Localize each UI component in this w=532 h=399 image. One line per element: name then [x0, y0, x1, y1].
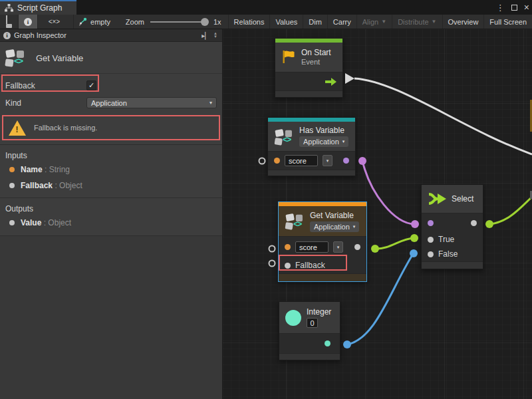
wire-get-variable-to-true[interactable] — [375, 238, 414, 249]
wire-has-variable-to-select[interactable] — [362, 161, 414, 224]
inspector-title: Graph Inspector — [14, 31, 66, 39]
inputs-section-header: Inputs — [0, 145, 222, 162]
integer-value-field[interactable]: 0 — [307, 318, 318, 328]
kind-dropdown[interactable]: Application ▾ — [86, 97, 217, 108]
true-input-port[interactable] — [428, 237, 434, 243]
name-input-port[interactable] — [274, 158, 280, 164]
selection-output-port[interactable] — [471, 220, 477, 226]
unconnected-port-stub[interactable] — [259, 158, 266, 165]
variable-name-field[interactable]: score — [285, 155, 318, 166]
fullscreen-button[interactable]: Full Screen — [484, 15, 532, 29]
info-icon: i — [24, 18, 32, 26]
node-select[interactable]: Select True False — [421, 184, 483, 269]
node-on-start[interactable]: On Start Event — [275, 38, 343, 98]
scroll-down-icon[interactable]: ▼ — [213, 35, 217, 39]
inspector-empty-area — [0, 235, 222, 399]
tab-script-graph[interactable]: Script Graph — [0, 0, 76, 15]
value-output-port[interactable] — [354, 244, 360, 250]
integer-output-port[interactable] — [325, 340, 331, 346]
overview-button[interactable]: Overview — [443, 15, 485, 29]
variable-kind-dropdown[interactable]: Application ▾ — [310, 221, 359, 232]
flag-icon — [281, 50, 296, 65]
panel-scroll-arrows[interactable]: ▲ ▼ — [213, 32, 219, 39]
output-item-value: Value : Object — [0, 215, 222, 231]
tab-title: Script Graph — [17, 3, 62, 13]
relations-button[interactable]: Relations — [229, 15, 271, 29]
exec-output-port[interactable] — [325, 78, 336, 86]
node-integer[interactable]: Integer 0 — [279, 301, 340, 360]
window-tab-bar: Script Graph ⋮ × — [0, 0, 532, 15]
chevron-down-icon: ▼ — [381, 19, 386, 25]
wire-endpoint-blue[interactable] — [343, 340, 351, 348]
maximize-icon[interactable] — [511, 5, 517, 11]
unconnected-port-stub[interactable] — [269, 245, 276, 253]
node-title: Integer — [307, 307, 331, 317]
result-output-port[interactable] — [343, 158, 349, 164]
node-title: Get Variable — [310, 211, 359, 220]
zoom-label: Zoom — [126, 18, 144, 26]
condition-input-port[interactable] — [428, 220, 434, 226]
variable-icon: <> — [285, 213, 304, 229]
zoom-slider-handle[interactable] — [201, 18, 209, 26]
wire-endpoint-purple[interactable] — [411, 220, 419, 228]
false-input-port[interactable] — [428, 251, 434, 257]
graph-inspector-panel: i Graph Inspector ▸▏ ▲ ▼ <> Get Variable… — [0, 29, 223, 399]
wire-on-start[interactable] — [354, 78, 532, 154]
inspector-header-bar: i Graph Inspector ▸▏ ▲ ▼ — [0, 29, 222, 42]
close-icon[interactable]: × — [524, 3, 529, 12]
fallback-port-label: Fallback — [295, 261, 325, 270]
zoom-slider[interactable] — [150, 21, 207, 23]
code-preview-button[interactable]: <×> — [43, 15, 66, 29]
node-title: Select — [452, 194, 473, 203]
name-input-port[interactable] — [285, 244, 291, 250]
chevron-down-icon: ▾ — [342, 139, 345, 144]
script-graph-icon — [5, 4, 13, 12]
values-button[interactable]: Values — [270, 15, 303, 29]
integer-icon — [285, 310, 301, 326]
variable-name-dropdown-button[interactable]: ▾ — [333, 241, 343, 253]
wire-endpoint-purple[interactable] — [358, 157, 366, 165]
kind-property-label: Kind — [5, 98, 86, 108]
port-dot-gray — [9, 220, 15, 225]
window-menu-icon[interactable]: ⋮ — [496, 3, 505, 12]
align-button: Align▼ — [357, 15, 392, 29]
carry-button[interactable]: Carry — [328, 15, 357, 29]
wire-endpoint-green[interactable] — [410, 234, 418, 242]
outputs-section-header: Outputs — [0, 198, 222, 215]
zoom-value: 1x — [213, 18, 221, 26]
graph-canvas[interactable]: On Start Event <> Has Variable — [223, 29, 532, 399]
chevron-down-icon: ▾ — [353, 224, 356, 229]
wire-endpoint-green[interactable] — [371, 245, 379, 253]
input-item-fallback: Fallback : Object — [0, 178, 222, 194]
input-item-name: Name : String — [0, 162, 222, 178]
variable-icon: <> — [275, 128, 293, 145]
node-has-variable[interactable]: <> Has Variable Application ▾ score ▾ — [267, 117, 356, 176]
inspector-toggle-button[interactable]: i — [19, 15, 38, 29]
kind-property-row: Kind Application ▾ — [0, 95, 222, 110]
connection-icon — [78, 17, 87, 27]
wire-select-output[interactable] — [489, 197, 532, 224]
wire-endpoint-green[interactable] — [485, 220, 493, 228]
dock-panel-icon[interactable]: ▸▏ — [201, 32, 210, 39]
unit-title: Get Variable — [36, 53, 83, 63]
node-title: On Start — [301, 48, 331, 57]
node-get-variable[interactable]: <> Get Variable Application ▾ score ▾ — [278, 201, 367, 282]
info-icon: i — [3, 32, 11, 39]
node-title: Has Variable — [299, 126, 348, 135]
graph-reference-group[interactable]: empty — [74, 15, 114, 29]
lock-icon — [6, 16, 12, 28]
fallback-property-label: Fallback — [5, 81, 86, 90]
variable-name-field[interactable]: score — [295, 241, 329, 253]
zoom-control: Zoom 1x — [122, 15, 229, 29]
dim-button[interactable]: Dim — [303, 15, 328, 29]
unconnected-port-stub[interactable] — [269, 260, 276, 267]
code-icon: <×> — [49, 18, 61, 25]
fallback-input-port[interactable] — [285, 263, 291, 269]
exec-wire-start-triangle[interactable] — [345, 73, 354, 84]
wire-endpoint-blue[interactable] — [410, 249, 418, 257]
fallback-checkbox[interactable]: ✓ — [86, 80, 96, 90]
variable-name-dropdown-button[interactable]: ▾ — [323, 155, 332, 166]
variable-icon: <> — [5, 49, 28, 68]
variable-kind-dropdown[interactable]: Application ▾ — [299, 136, 348, 147]
lock-button[interactable] — [0, 15, 19, 29]
